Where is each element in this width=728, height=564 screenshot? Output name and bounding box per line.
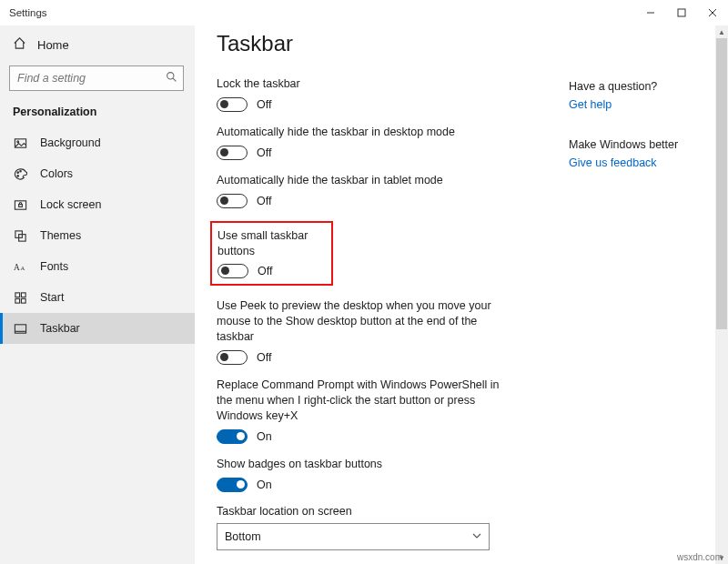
toggle-state: Off xyxy=(258,265,272,277)
setting-autohide-tablet: Automatically hide the taskbar in tablet… xyxy=(217,173,517,208)
svg-rect-18 xyxy=(21,292,25,297)
svg-rect-1 xyxy=(678,9,685,16)
setting-label: Lock the taskbar xyxy=(217,76,517,92)
sidebar-item-colors[interactable]: Colors xyxy=(0,158,195,189)
sidebar-item-themes[interactable]: Themes xyxy=(0,220,195,251)
svg-point-9 xyxy=(19,170,21,172)
toggle-state: On xyxy=(257,430,272,443)
fonts-icon: AA xyxy=(13,259,27,274)
search-icon xyxy=(166,71,177,86)
svg-point-10 xyxy=(16,175,18,176)
sidebar-section-title: Personalization xyxy=(0,98,195,127)
svg-rect-12 xyxy=(18,204,22,206)
toggle-state: Off xyxy=(257,351,271,364)
setting-badges: Show badges on taskbar buttons On xyxy=(217,457,517,492)
close-button[interactable] xyxy=(697,0,728,25)
titlebar: Settings xyxy=(0,0,728,25)
svg-text:A: A xyxy=(20,265,25,271)
setting-label: Use Peek to preview the desktop when you… xyxy=(217,298,517,345)
sidebar-item-label: Colors xyxy=(40,167,73,180)
feedback-link[interactable]: Give us feedback xyxy=(569,156,719,169)
setting-label: Automatically hide the taskbar in deskto… xyxy=(217,125,517,140)
toggle-lock-taskbar[interactable] xyxy=(217,97,248,112)
dropdown-value: Bottom xyxy=(225,530,261,543)
image-icon xyxy=(13,136,27,150)
watermark: wsxdn.com xyxy=(677,552,723,562)
sidebar-home-label: Home xyxy=(37,38,69,52)
sidebar-item-taskbar[interactable]: Taskbar xyxy=(0,313,195,344)
scroll-thumb[interactable] xyxy=(716,38,727,329)
start-icon xyxy=(13,290,27,305)
setting-peek: Use Peek to preview the desktop when you… xyxy=(217,298,517,365)
sidebar: Home Personalization Background Colors xyxy=(0,25,195,564)
aside-question-head: Have a question? xyxy=(569,80,719,93)
sidebar-item-label: Lock screen xyxy=(40,198,101,211)
minimize-button[interactable] xyxy=(635,0,666,25)
sidebar-home[interactable]: Home xyxy=(0,29,195,60)
lock-screen-icon xyxy=(13,197,27,212)
themes-icon xyxy=(13,228,27,243)
sidebar-item-start[interactable]: Start xyxy=(0,282,195,313)
search-field[interactable] xyxy=(15,71,166,86)
setting-label: Automatically hide the taskbar in tablet… xyxy=(217,173,517,188)
toggle-powershell[interactable] xyxy=(217,429,248,444)
taskbar-icon xyxy=(13,321,27,336)
get-help-link[interactable]: Get help xyxy=(569,98,719,111)
page-title: Taskbar xyxy=(217,31,547,56)
setting-powershell: Replace Command Prompt with Windows Powe… xyxy=(217,378,517,444)
content-area: Taskbar Lock the taskbar Off Automatical… xyxy=(195,25,569,564)
scroll-up-arrow[interactable]: ▲ xyxy=(715,25,728,38)
dropdown-label: Taskbar location on screen xyxy=(217,505,547,518)
svg-rect-17 xyxy=(15,292,19,297)
sidebar-item-label: Fonts xyxy=(40,260,68,273)
scrollbar[interactable]: ▲ ▼ xyxy=(715,25,728,564)
search-input[interactable] xyxy=(9,65,184,91)
toggle-badges[interactable] xyxy=(217,478,248,492)
setting-label: Use small taskbar buttons xyxy=(217,228,326,259)
aside-feedback-head: Make Windows better xyxy=(569,138,719,151)
setting-small-buttons: Use small taskbar buttons Off xyxy=(217,228,326,279)
svg-line-5 xyxy=(173,78,176,81)
chevron-down-icon xyxy=(472,530,481,543)
setting-autohide-desktop: Automatically hide the taskbar in deskto… xyxy=(217,125,517,160)
sidebar-item-fonts[interactable]: AA Fonts xyxy=(0,251,195,282)
aside-panel: Have a question? Get help Make Windows b… xyxy=(569,25,728,564)
toggle-peek[interactable] xyxy=(217,350,248,365)
svg-rect-19 xyxy=(15,298,19,303)
maximize-button[interactable] xyxy=(666,0,697,25)
toggle-autohide-desktop[interactable] xyxy=(217,146,248,160)
highlighted-setting: Use small taskbar buttons Off xyxy=(210,221,333,287)
sidebar-item-lockscreen[interactable]: Lock screen xyxy=(0,189,195,220)
setting-label: Replace Command Prompt with Windows Powe… xyxy=(217,378,517,424)
palette-icon xyxy=(13,166,27,181)
toggle-state: On xyxy=(257,478,272,491)
sidebar-item-background[interactable]: Background xyxy=(0,127,195,158)
home-icon xyxy=(13,36,26,53)
toggle-autohide-tablet[interactable] xyxy=(217,194,248,208)
svg-point-8 xyxy=(16,171,18,173)
dropdown-location[interactable]: Bottom xyxy=(217,523,490,550)
svg-text:A: A xyxy=(14,263,20,272)
window-controls xyxy=(635,0,728,25)
sidebar-item-label: Themes xyxy=(40,229,81,242)
setting-lock-taskbar: Lock the taskbar Off xyxy=(217,76,517,112)
sidebar-item-label: Start xyxy=(40,291,64,304)
app-title: Settings xyxy=(9,7,47,18)
sidebar-item-label: Background xyxy=(40,136,101,149)
toggle-small-buttons[interactable] xyxy=(217,264,248,278)
sidebar-item-label: Taskbar xyxy=(40,322,80,335)
toggle-state: Off xyxy=(257,195,271,207)
svg-point-7 xyxy=(16,140,18,142)
svg-point-4 xyxy=(167,73,174,79)
toggle-state: Off xyxy=(257,98,271,111)
svg-rect-20 xyxy=(21,298,25,303)
toggle-state: Off xyxy=(257,146,271,159)
setting-label: Show badges on taskbar buttons xyxy=(217,457,517,472)
